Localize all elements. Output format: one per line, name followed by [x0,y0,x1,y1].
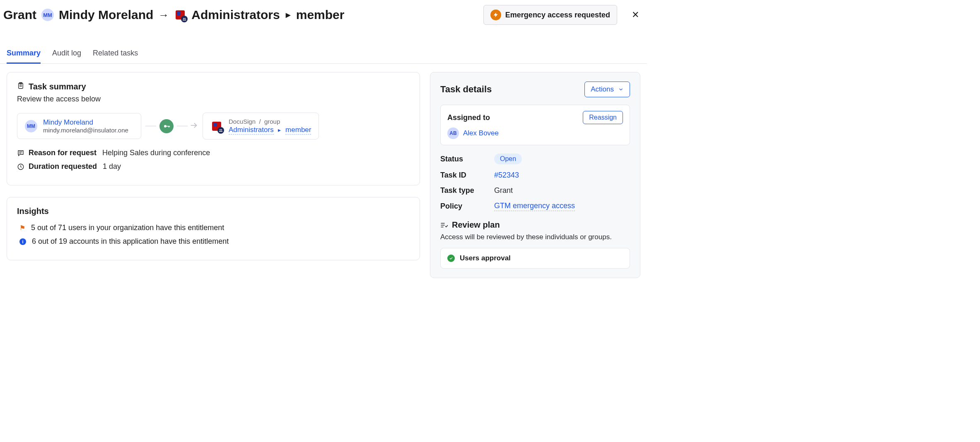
task-details-title: Task details [440,84,492,95]
svg-rect-9 [169,126,170,127]
status-badge: Open [494,154,522,164]
insights-title: Insights [17,207,410,216]
taskid-value[interactable]: #52343 [494,171,519,180]
page-title: Grant MM Mindy Moreland → Administrators… [3,8,483,22]
entitlement-group-link[interactable]: Administrators [229,126,274,135]
assigned-to-card: Assigned to Reassign AB Alex Bovee [440,105,630,145]
reassign-button[interactable]: Reassign [583,111,623,124]
grant-user-name: Mindy Moreland [59,8,153,22]
tab-related-tasks[interactable]: Related tasks [93,45,138,64]
review-plan-subtitle: Access will be reviewed by these individ… [440,233,630,241]
emergency-access-chip: Emergency access requested [483,5,617,25]
app-icon [174,9,186,21]
chevron-down-icon [618,86,624,92]
flow-user-name[interactable]: Mindy Moreland [43,118,128,127]
actions-button[interactable]: Actions [584,82,630,97]
user-avatar: MM [41,9,54,21]
status-label: Status [440,155,494,163]
assignee-name[interactable]: Alex Bovee [463,129,499,137]
clipboard-icon [17,82,24,91]
entitlement-breadcrumb: DocuSign / group [229,118,311,125]
chat-icon [17,149,24,157]
svg-point-11 [221,129,222,130]
arrow-right-icon [189,121,198,132]
policy-link[interactable]: GTM emergency access [494,202,575,211]
assigned-to-label: Assigned to [447,113,490,122]
flag-icon: ⚑ [19,224,25,232]
svg-point-0 [183,18,184,19]
bolt-icon [490,10,501,20]
caret-right-icon: ▸ [285,10,291,20]
task-summary-card: Task summary Review the access below MM … [7,72,420,185]
insight-text: 6 out of 19 accounts in this application… [32,237,229,246]
taskid-label: Task ID [440,171,494,180]
task-summary-subtitle: Review the access below [17,95,410,103]
tabs: Summary Audit log Related tasks [0,45,647,64]
check-circle-icon [447,255,455,262]
flow-user-card: MM Mindy Moreland mindy.moreland@insulat… [17,113,141,139]
duration-value: 1 day [103,162,121,171]
tasktype-value: Grant [494,186,513,195]
flow-user-email: mindy.moreland@insulator.one [43,127,128,134]
close-button[interactable]: ✕ [630,9,641,21]
access-flow: MM Mindy Moreland mindy.moreland@insulat… [17,113,410,139]
tasktype-label: Task type [440,186,494,195]
flow-connector [145,119,198,133]
approval-step-label: Users approval [460,254,511,262]
svg-point-1 [185,18,186,19]
assignee-avatar: AB [447,127,459,139]
svg-rect-8 [169,126,169,127]
actions-label: Actions [591,85,614,94]
svg-point-10 [220,129,221,130]
reason-value: Helping Sales during conference [102,149,210,157]
insight-text: 5 out of 71 users in your organization h… [31,223,224,232]
task-details-panel: Task details Actions Assigned to Reassig… [430,72,640,278]
review-plan-title: Review plan [452,220,500,230]
entitlement-app: DocuSign [229,118,256,125]
reason-label: Reason for request [29,149,97,157]
flow-entitlement-card: DocuSign / group Administrators ▸ member [203,113,319,139]
insight-item: ⚑ 5 out of 71 users in your organization… [17,223,410,232]
svg-point-6 [164,125,167,127]
tab-summary[interactable]: Summary [7,45,41,64]
group-badge-icon [181,16,188,22]
arrow-right-icon: → [158,9,169,22]
duration-label: Duration requested [29,162,97,171]
insight-item: i 6 out of 19 accounts in this applicati… [17,237,410,246]
entitlement-kind: group [264,118,280,125]
group-badge-icon [217,127,224,134]
app-icon [210,120,223,132]
svg-rect-7 [167,126,170,127]
clock-icon [17,163,24,171]
list-check-icon [440,222,448,228]
grant-action-label: Grant [3,8,36,22]
grant-target-role: member [296,8,345,22]
entitlement-role-link[interactable]: member [285,126,311,135]
task-summary-title: Task summary [29,82,86,91]
approval-step: Users approval [440,248,630,269]
page-header: Grant MM Mindy Moreland → Administrators… [0,0,647,32]
key-icon [159,119,174,133]
caret-right-icon: ▸ [275,127,283,133]
policy-label: Policy [440,202,494,211]
insights-card: Insights ⚑ 5 out of 71 users in your org… [7,197,420,260]
emergency-label: Emergency access requested [505,11,610,19]
tab-audit-log[interactable]: Audit log [52,45,81,64]
info-icon: i [19,238,26,245]
grant-target-group: Administrators [191,8,280,22]
flow-user-avatar: MM [25,120,37,132]
